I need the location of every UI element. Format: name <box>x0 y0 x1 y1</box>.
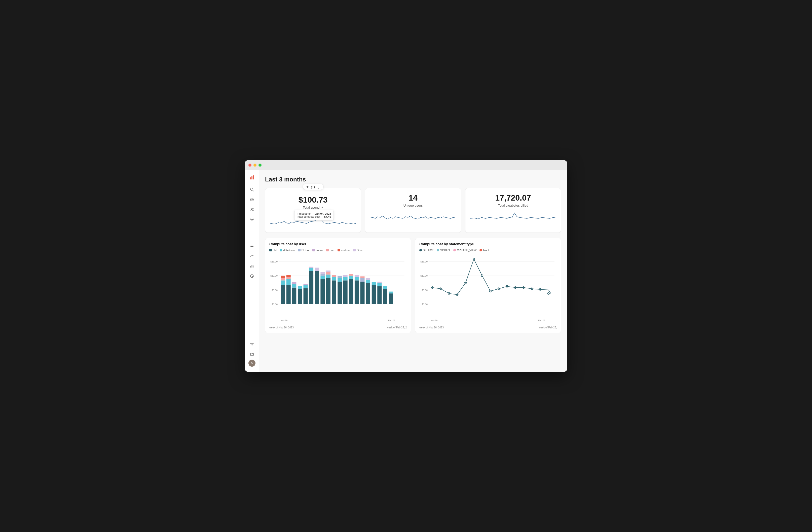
svg-rect-54 <box>326 278 331 304</box>
svg-point-112 <box>548 292 550 294</box>
metric-card-spend: (1) ⋮ $100.73 Total spend ↗ Timestamp Ja… <box>265 188 361 233</box>
analytics-icon[interactable] <box>247 251 257 261</box>
svg-rect-71 <box>354 277 359 280</box>
legend-andrew: andrew <box>337 249 350 252</box>
app-body: ⋯ A <box>245 170 567 372</box>
line-chart-title: Compute cost by statement type <box>419 242 557 246</box>
svg-point-7 <box>252 199 252 200</box>
svg-text:$15.00: $15.00 <box>270 260 278 263</box>
maximize-button[interactable] <box>259 164 262 167</box>
svg-rect-35 <box>287 277 291 279</box>
target-icon[interactable] <box>247 195 257 204</box>
svg-text:$15.00: $15.00 <box>420 260 427 263</box>
svg-rect-66 <box>343 275 348 277</box>
svg-rect-30 <box>281 280 285 285</box>
bar-chart-icon[interactable] <box>247 262 257 270</box>
bar-chart-legend: dbt dbt-demo BI tool carlos <box>269 249 407 252</box>
bar-chart-x-start: week of Nov 26, 2023 <box>269 326 294 329</box>
svg-rect-87 <box>389 292 393 294</box>
legend-script: SCRIPT <box>437 249 450 252</box>
tooltip-ts-value: Jan 04, 2024 <box>315 212 331 215</box>
svg-text:$0.00: $0.00 <box>422 303 427 306</box>
filter-count: (1) <box>311 185 315 189</box>
svg-rect-44 <box>304 284 308 285</box>
legend-other: Other <box>353 249 364 252</box>
svg-rect-56 <box>326 272 331 274</box>
clock-icon[interactable] <box>247 271 257 281</box>
svg-rect-29 <box>281 285 285 304</box>
svg-rect-58 <box>332 280 336 304</box>
svg-rect-51 <box>320 276 325 279</box>
svg-text:Nov 26: Nov 26 <box>431 319 437 322</box>
filter-bar[interactable]: (1) ⋮ <box>303 184 323 190</box>
line-chart-x-end: week of Feb 25, <box>539 326 557 329</box>
metric-card-users: 14 Unique users <box>365 188 461 233</box>
legend-bi-tool: BI tool <box>298 249 309 252</box>
svg-rect-36 <box>287 275 291 277</box>
svg-rect-72 <box>354 275 359 277</box>
svg-rect-75 <box>360 276 364 278</box>
svg-rect-52 <box>320 274 325 276</box>
tooltip-spend: Timestamp Jan 04, 2024 Total compute cos… <box>294 210 334 220</box>
svg-rect-12 <box>250 246 253 246</box>
legend-dan: dan <box>326 249 334 252</box>
tooltip-ts-label: Timestamp <box>297 212 310 215</box>
svg-rect-46 <box>309 268 314 271</box>
legend-dbt-demo: dbt-demo <box>280 249 295 252</box>
svg-rect-73 <box>360 282 364 304</box>
metric-label-spend: Total spend ↗ <box>270 206 356 209</box>
svg-rect-0 <box>250 177 251 179</box>
svg-rect-1 <box>251 176 252 179</box>
svg-text:$5.00: $5.00 <box>272 289 278 292</box>
svg-rect-64 <box>343 280 348 304</box>
svg-rect-17 <box>253 266 253 267</box>
charts-row: Compute cost by user dbt dbt-demo BI <box>265 238 561 333</box>
svg-rect-11 <box>250 245 253 245</box>
avatar[interactable]: A <box>248 360 256 367</box>
bar-chart-x-end: week of Feb 25, 2 <box>387 326 407 329</box>
svg-text:$0.00: $0.00 <box>272 303 278 306</box>
star-icon[interactable] <box>247 339 257 349</box>
brand-icon[interactable] <box>247 173 257 182</box>
menu-dots[interactable]: ⋮ <box>317 185 320 189</box>
svg-rect-67 <box>349 279 353 304</box>
svg-rect-53 <box>320 272 325 274</box>
svg-rect-62 <box>337 278 342 282</box>
svg-rect-45 <box>309 271 314 304</box>
metrics-row: (1) ⋮ $100.73 Total spend ↗ Timestamp Ja… <box>265 188 561 233</box>
svg-text:Feb 25: Feb 25 <box>538 319 545 322</box>
tooltip-cost-value: $7.49 <box>324 215 331 218</box>
svg-rect-81 <box>377 286 381 304</box>
minimize-button[interactable] <box>253 164 257 167</box>
svg-rect-84 <box>383 289 387 304</box>
folder-icon[interactable] <box>247 350 257 359</box>
svg-rect-59 <box>332 277 336 280</box>
svg-point-8 <box>251 208 252 210</box>
sidebar: ⋯ A <box>245 170 259 372</box>
more-dots-icon[interactable]: ⋯ <box>247 225 257 234</box>
svg-rect-15 <box>250 266 251 267</box>
svg-rect-74 <box>360 278 364 282</box>
users-icon[interactable] <box>247 205 257 214</box>
svg-rect-34 <box>287 279 291 285</box>
svg-rect-47 <box>309 267 314 268</box>
svg-rect-2 <box>253 175 254 179</box>
svg-rect-80 <box>372 282 376 285</box>
page-title: Last 3 months <box>265 176 561 183</box>
svg-rect-31 <box>281 278 285 280</box>
svg-text:$5.00: $5.00 <box>422 289 427 292</box>
layers-icon[interactable] <box>247 241 257 250</box>
svg-rect-42 <box>304 288 308 304</box>
svg-rect-63 <box>337 276 342 278</box>
close-button[interactable] <box>248 164 251 167</box>
bar-chart-area: $15.00 $10.00 $5.00 $0.00 <box>269 255 407 325</box>
bar-chart-x-labels: week of Nov 26, 2023 week of Feb 25, 2 <box>269 326 407 329</box>
settings-icon[interactable] <box>247 215 257 224</box>
svg-rect-78 <box>366 278 370 280</box>
search-icon[interactable] <box>247 185 257 194</box>
svg-point-14 <box>251 255 251 256</box>
svg-rect-32 <box>281 276 285 278</box>
svg-rect-33 <box>287 285 291 304</box>
legend-blank: blank <box>479 249 490 252</box>
tooltip-cost-label: Total compute cost <box>297 215 320 218</box>
